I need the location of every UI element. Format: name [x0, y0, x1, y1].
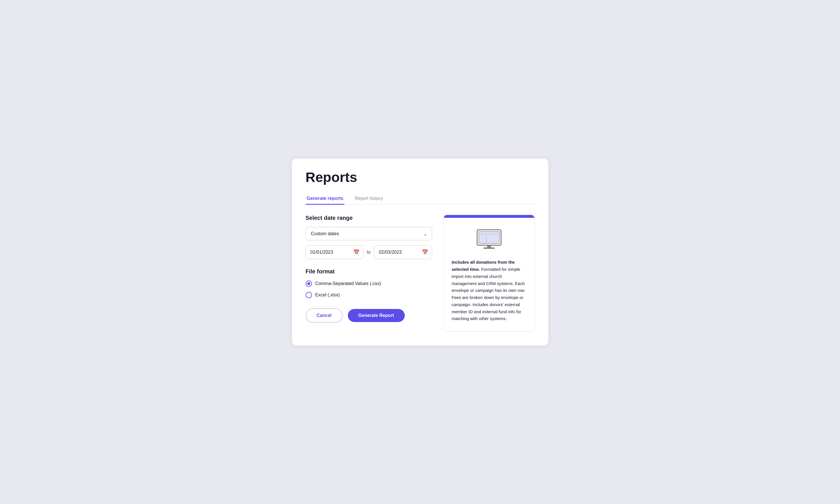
date-inputs-row: 📅 to 📅: [306, 246, 432, 259]
monitor-icon: [475, 228, 503, 252]
left-panel: Select date range Custom dates Last 7 da…: [306, 215, 432, 323]
radio-circle-xlsx: [306, 292, 312, 298]
svg-rect-4: [487, 245, 491, 248]
svg-rect-1: [479, 232, 499, 244]
radio-circle-csv: [306, 281, 312, 287]
date-range-select-wrapper: Custom dates Last 7 days Last 30 days La…: [306, 227, 432, 240]
panel-content: Includes all donations from the selected…: [444, 218, 534, 331]
buttons-row: Cancel Generate Report: [306, 308, 432, 323]
tabs-bar: Generate reports Report history: [306, 193, 535, 205]
calendar-icon-end[interactable]: 📅: [422, 249, 428, 255]
file-format-label: File format: [306, 268, 432, 275]
page-title: Reports: [306, 170, 535, 185]
info-description: Includes all donations from the selected…: [452, 259, 526, 322]
info-panel: Includes all donations from the selected…: [444, 215, 535, 332]
main-content: Select date range Custom dates Last 7 da…: [306, 215, 535, 332]
generate-report-button[interactable]: Generate Report: [348, 309, 405, 322]
reports-page: Reports Generate reports Report history …: [292, 159, 548, 345]
end-date-wrapper: 📅: [374, 246, 432, 259]
calendar-icon-start[interactable]: 📅: [353, 249, 359, 255]
tab-report-history[interactable]: Report history: [354, 193, 384, 205]
radio-label-xlsx: Excel (.xlsx): [315, 292, 340, 298]
to-separator: to: [367, 250, 371, 255]
radio-csv[interactable]: Comma-Separated Values (.csv): [306, 281, 432, 287]
info-description-rest: Formatted for simple import into externa…: [452, 267, 525, 321]
radio-xlsx[interactable]: Excel (.xlsx): [306, 292, 432, 298]
cancel-button[interactable]: Cancel: [306, 308, 343, 323]
radio-label-csv: Comma-Separated Values (.csv): [315, 281, 381, 286]
file-format-section: File format Comma-Separated Values (.csv…: [306, 268, 432, 298]
start-date-wrapper: 📅: [306, 246, 363, 259]
svg-rect-5: [483, 248, 495, 249]
tab-generate-reports[interactable]: Generate reports: [306, 193, 345, 205]
date-range-label: Select date range: [306, 215, 432, 221]
date-range-select[interactable]: Custom dates Last 7 days Last 30 days La…: [306, 227, 432, 240]
panel-accent-bar: [444, 215, 534, 218]
